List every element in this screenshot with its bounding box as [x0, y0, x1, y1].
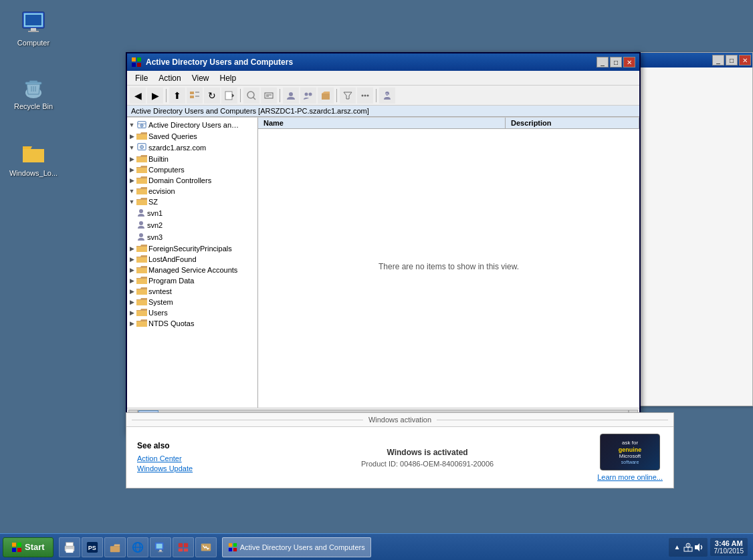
taskbar-ie-icon[interactable] [127, 537, 148, 557]
tree-item-builtin[interactable]: ▶ Builtin [127, 154, 257, 164]
svg-marker-73 [695, 543, 700, 551]
taskbar-explorer-icon[interactable] [104, 537, 126, 557]
menu-help[interactable]: Help [215, 72, 242, 84]
foreign-security-label: ForeignSecurityPrincipals [148, 245, 232, 253]
svg-rect-62 [184, 543, 188, 547]
close-btn[interactable]: ✕ [623, 57, 635, 67]
activation-status: Windows is activated [271, 448, 584, 457]
tree-item-saved-queries[interactable]: ▶ Saved Queries [127, 131, 257, 142]
expand-managed-service[interactable]: ▶ [127, 265, 136, 275]
tree-item-szardc1[interactable]: ▼ szardc1.arsz.com [127, 142, 257, 154]
tree-item-svn2[interactable]: svn2 [127, 219, 257, 231]
tree-item-ecvision[interactable]: ▼ ecvision [127, 186, 257, 196]
tray-volume-icon[interactable] [694, 543, 704, 552]
windows-folder-desktop-icon[interactable]: Windows_Lo... [7, 137, 60, 180]
new-user-btn[interactable] [283, 88, 299, 104]
toolbar-sep-1 [166, 89, 167, 102]
tree-item-domain-controllers[interactable]: ▶ Domain Controllers [127, 175, 257, 186]
start-label: Start [25, 542, 45, 552]
taskbar-powershell-icon[interactable]: PS [82, 537, 103, 557]
expand-domain-controllers[interactable]: ▶ [127, 176, 136, 185]
tree-item-svn3[interactable]: svn3 [127, 231, 257, 243]
activation-title: Windows activation [126, 413, 673, 427]
restore-btn[interactable]: □ [610, 57, 622, 67]
find-btn[interactable] [243, 88, 259, 104]
tree-item-ntds-quotas[interactable]: ▶ NTDS Quotas [127, 318, 257, 329]
properties-btn[interactable] [261, 88, 277, 104]
toolbar: ◀ ▶ ⬆ ↻ [127, 86, 639, 106]
svg-rect-60 [158, 551, 163, 552]
tree-item-foreign-security[interactable]: ▶ ForeignSecurityPrincipals [127, 243, 257, 254]
action-center-link[interactable]: Action Center [137, 454, 257, 462]
expand-szardc1[interactable]: ▼ [127, 143, 136, 152]
dc-folder-icon [136, 176, 147, 185]
tree-item-program-data[interactable]: ▶ Program Data [127, 275, 257, 286]
system-label: System [148, 298, 173, 306]
tree-item-computers[interactable]: ▶ Computers [127, 164, 257, 175]
up-btn[interactable]: ⬆ [169, 88, 185, 104]
svg-text:PS: PS [88, 544, 96, 551]
active-task-ad[interactable]: Active Directory Users and Computers [222, 537, 371, 557]
export-btn[interactable] [221, 88, 237, 104]
menu-view[interactable]: View [187, 72, 215, 84]
svg-rect-47 [17, 548, 21, 552]
expand-ecvision[interactable]: ▼ [127, 186, 136, 196]
tree-item-system[interactable]: ▶ System [127, 297, 257, 307]
genuine-microsoft-text: genuine [619, 446, 642, 453]
clock[interactable]: 3:46 AM 7/10/2015 [710, 538, 748, 556]
expand-builtin[interactable]: ▶ [127, 154, 136, 164]
tree-item-lost-found[interactable]: ▶ LostAndFound [127, 254, 257, 265]
recycle-bin-desktop-icon[interactable]: Recycle Bin [7, 70, 60, 113]
tray-expand-icon[interactable]: ▲ [673, 543, 682, 552]
tree-panel[interactable]: ▼ Active Directory Users and Computers [… [127, 118, 258, 408]
taskbar-rdp-icon[interactable] [150, 537, 171, 557]
tree-item-sz[interactable]: ▼ SZ [127, 196, 257, 207]
windows-update-link[interactable]: Windows Update [137, 464, 257, 472]
lost-found-label: LostAndFound [148, 255, 197, 263]
expand-computers[interactable]: ▶ [127, 165, 136, 174]
more-btn[interactable] [357, 88, 373, 104]
expand-sz[interactable]: ▼ [127, 197, 136, 206]
taskbar-app7-icon[interactable] [195, 537, 217, 557]
forward-btn[interactable]: ▶ [147, 88, 163, 104]
server-close-btn[interactable]: ✕ [739, 55, 751, 65]
expand-ntds-quotas[interactable]: ▶ [127, 319, 136, 328]
start-button[interactable]: Start [3, 537, 53, 557]
expand-users[interactable]: ▶ [127, 308, 136, 317]
expand-saved-queries[interactable]: ▶ [127, 132, 136, 141]
expand-root[interactable]: ▼ [127, 120, 136, 130]
tree-item-users[interactable]: ▶ Users [127, 307, 257, 318]
expand-svntest[interactable]: ▶ [127, 287, 136, 296]
filter-btn[interactable] [340, 88, 356, 104]
new-group-btn[interactable] [300, 88, 316, 104]
delegate-btn[interactable]: D [379, 88, 395, 104]
taskbar-app6-icon[interactable] [173, 537, 194, 557]
back-btn[interactable]: ◀ [130, 88, 146, 104]
tray-network-icon[interactable] [683, 543, 693, 552]
expand-system[interactable]: ▶ [127, 297, 136, 307]
server-restore-btn[interactable]: □ [726, 55, 738, 65]
show-console-tree-btn[interactable] [187, 88, 203, 104]
lost-found-folder-icon [136, 255, 147, 264]
window-title: Active Directory Users and Computers [146, 57, 293, 67]
computer-desktop-icon[interactable]: Computer [7, 7, 60, 49]
expand-lost-found[interactable]: ▶ [127, 255, 136, 264]
svn3-label: svn3 [147, 233, 163, 241]
menu-file[interactable]: File [130, 72, 153, 84]
new-ou-btn[interactable] [318, 88, 334, 104]
minimize-btn[interactable]: _ [597, 57, 609, 67]
column-description[interactable]: Description [506, 118, 639, 128]
tree-item-managed-service[interactable]: ▶ Managed Service Accounts [127, 265, 257, 275]
column-name[interactable]: Name [258, 118, 506, 128]
managed-service-folder-icon [136, 265, 147, 275]
tree-item-svntest[interactable]: ▶ svntest [127, 286, 257, 297]
refresh-btn[interactable]: ↻ [204, 88, 220, 104]
expand-foreign-security[interactable]: ▶ [127, 244, 136, 253]
tree-item-root[interactable]: ▼ Active Directory Users and Computers [… [127, 119, 257, 131]
server-minimize-btn[interactable]: _ [712, 55, 724, 65]
tree-item-svn1[interactable]: svn1 [127, 207, 257, 219]
expand-program-data[interactable]: ▶ [127, 276, 136, 285]
learn-more-link[interactable]: Learn more online... [597, 473, 663, 481]
taskbar-printer-icon[interactable] [59, 537, 80, 557]
menu-action[interactable]: Action [153, 72, 186, 84]
